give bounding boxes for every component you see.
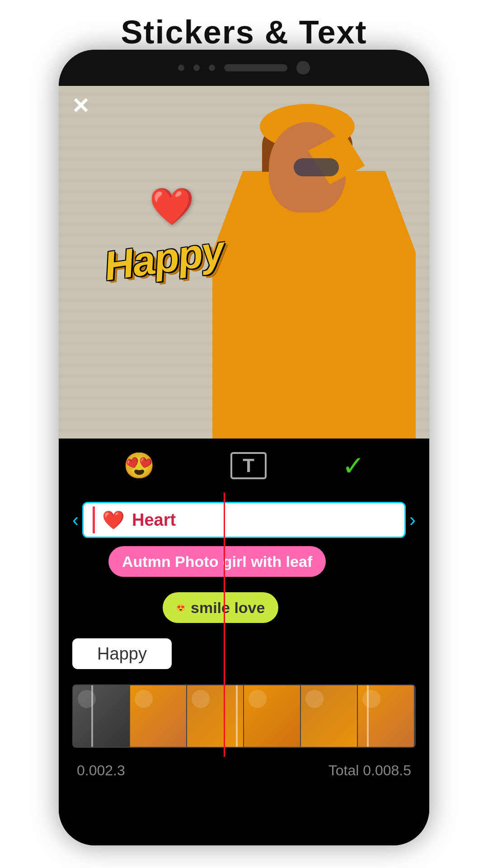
text-tool-icon: T [243,455,254,476]
video-thumb-2 [130,685,187,747]
strip-marker-3 [367,685,369,747]
photo-canvas[interactable]: ✕ ❤️ Happy [59,86,429,439]
text-tool-button[interactable]: T [230,452,267,479]
video-strip[interactable] [72,684,416,748]
heart-track-label: Heart [132,510,176,530]
track-start-marker [93,506,95,533]
happy-track[interactable]: Happy [72,638,172,669]
smile-track[interactable]: 😍 smile love [163,592,278,623]
emoji-sticker-button[interactable]: 😍 [123,451,155,481]
notch-speaker [224,64,287,71]
toolbar: 😍 T ✓ [59,439,429,493]
video-thumb-5 [301,685,358,747]
model-glasses [294,158,339,176]
heart-track-row: ‹ ❤️ Heart › [72,502,416,538]
strip-marker-1 [91,685,93,747]
happy-track-row[interactable]: Happy [72,638,416,676]
phone-screen: ✕ ❤️ Happy 😍 T ✓ ‹ [59,86,429,845]
smile-track-row[interactable]: 😍 smile love [72,592,416,630]
timeline-area: ‹ ❤️ Heart › Autmn Photo girl with leaf … [59,493,429,757]
timeline-marker [224,493,225,757]
notch-dot-3 [209,65,215,71]
heart-track[interactable]: ❤️ Heart [82,502,406,538]
timestamp-bar: 0.002.3 Total 0.008.5 [59,757,429,784]
front-camera [296,61,310,75]
video-thumb-1 [73,685,130,747]
total-timestamp: Total 0.008.5 [328,762,411,779]
close-button[interactable]: ✕ [71,93,89,118]
smile-emoji: 😍 [176,604,185,612]
notch-dot-2 [193,65,200,71]
photo-track-row[interactable]: Autmn Photo girl with leaf [72,546,416,584]
photo-track[interactable]: Autmn Photo girl with leaf [108,546,326,577]
photo-track-label: Autmn Photo girl with leaf [122,553,312,571]
smile-track-label: smile love [191,599,265,617]
video-thumb-6 [358,685,415,747]
notch-dot-1 [178,65,184,71]
confirm-button[interactable]: ✓ [342,450,365,481]
strip-marker-2 [236,685,238,747]
heart-track-arrow-right[interactable]: › [409,509,416,531]
heart-track-arrow-left[interactable]: ‹ [72,509,79,531]
phone-notch [59,50,429,86]
happy-track-label: Happy [97,644,147,664]
heart-track-icon: ❤️ [102,509,125,531]
video-thumb-4 [244,685,301,747]
current-timestamp: 0.002.3 [77,762,125,779]
phone-frame: ✕ ❤️ Happy 😍 T ✓ ‹ [59,50,429,845]
check-icon: ✓ [342,451,365,481]
heart-sticker[interactable]: ❤️ [149,185,194,228]
